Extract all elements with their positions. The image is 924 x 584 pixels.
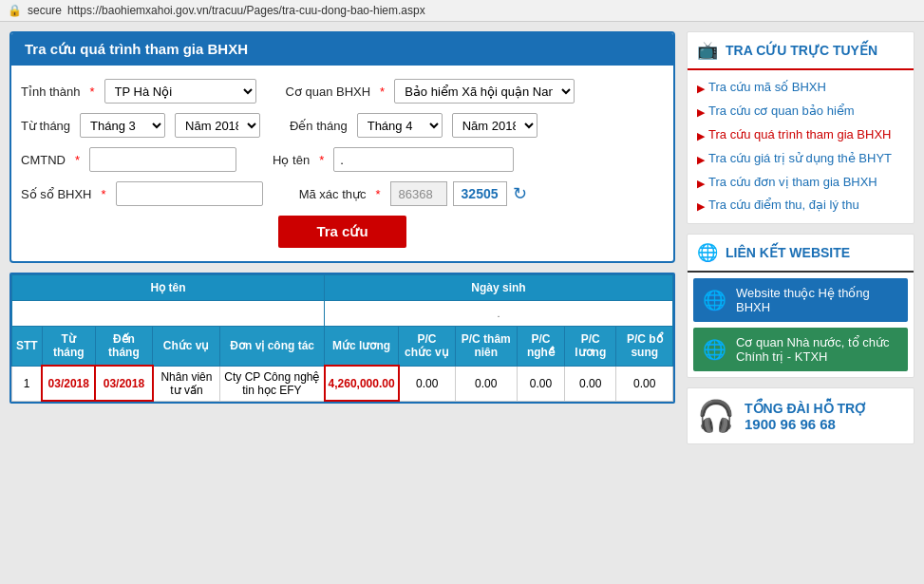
form-card: Tra cứu quá trình tham gia BHXH Tỉnh thà… [9,31,675,263]
ho-ten-input[interactable] [333,147,514,172]
url-bar: https://baohiemxahoi.gov.vn/tracuu/Pages… [67,4,916,17]
support-text-block: TỔNG ĐÀI HỖ TRỢ 1900 96 96 68 [745,401,867,432]
secure-label: secure [28,4,62,17]
support-title: TỔNG ĐÀI HỖ TRỢ [745,401,867,416]
cell-don-vi: Cty CP Công nghệ tin học EFY [220,366,325,401]
so-bhxh-label: Số sổ BHXH [21,187,92,201]
arrow-icon-6: ▶ [697,199,705,213]
co-quan-required: * [380,85,385,99]
ho-ten-label: Họ tên [273,153,310,167]
form-row-1: Tỉnh thành * TP Hà Nội Cơ quan BHXH * Bả… [21,79,664,104]
results-table-wrapper: Họ tên Ngày sinh . STT Từ tháng Đến thán… [9,273,675,404]
hethong-icon: 🌐 [703,289,726,311]
th-tu-thang: Từ tháng [42,327,95,367]
sidebar-btn-coquan[interactable]: 🌐 Cơ quan Nhà nước, tổ chức Chính trị - … [693,328,908,371]
captcha-user: 32505 [453,181,507,206]
sidebar-btn2-label: Cơ quan Nhà nước, tổ chức Chính trị - KT… [736,335,898,364]
ma-xac-thuc-label: Mã xác thực [299,187,367,201]
cell-muc-luong: 4,260,000.00 [325,366,399,401]
tracuu-icon: 📺 [697,40,718,61]
th-stt: STT [12,327,43,367]
cell-tu-thang: 03/2018 [42,366,95,401]
empty-row: . [12,301,673,327]
form-row-2: Từ tháng Tháng 3 Năm 2018 Đến tháng Thán… [21,113,664,138]
support-icon: 🎧 [697,398,735,434]
sidebar-link-giatri[interactable]: ▶ Tra cứu giá trị sử dụng thẻ BHYT [697,147,904,171]
cmtnd-label: CMTND [21,153,66,167]
so-bhxh-required: * [102,187,106,201]
cell-pc-nghe: 0.00 [517,366,564,401]
form-body: Tỉnh thành * TP Hà Nội Cơ quan BHXH * Bả… [11,66,673,261]
sidebar-tracuu-section: 📺 TRA CỨU TRỰC TUYẾN ▶ Tra cứu mã số BHX… [687,31,915,224]
cell-den-thang: 03/2018 [95,366,152,401]
browser-bar: 🔒 secure https://baohiemxahoi.gov.vn/tra… [0,0,924,22]
cmtnd-required: * [75,153,80,167]
th-don-vi: Đơn vị công tác [220,327,325,367]
tinh-thanh-select[interactable]: TP Hà Nội [104,79,256,104]
so-bhxh-input[interactable] [116,181,263,206]
sidebar-btn1-label: Website thuộc Hệ thống BHXH [736,286,898,314]
support-number: 1900 96 96 68 [745,416,867,432]
col-ngay-sinh: Ngày sinh [325,275,673,301]
support-box: 🎧 TỔNG ĐÀI HỖ TRỢ 1900 96 96 68 [687,387,915,444]
th-den-thang: Đến tháng [95,327,152,367]
sidebar-links: ▶ Tra cứu mã số BHXH ▶ Tra cứu cơ quan b… [688,70,914,223]
tinh-thanh-label: Tỉnh thành [21,85,81,99]
sidebar-lienket-label: LIÊN KẾT WEBSITE [726,245,850,260]
cell-pc-tham-nien: 0.00 [455,366,517,401]
co-quan-select[interactable]: Bảo hiểm Xã hội quận Nam Tử [394,79,575,104]
sidebar-link-donvi[interactable]: ▶ Tra cứu đơn vị tham gia BHXH [697,171,904,195]
ma-xac-thuc-required: * [376,187,381,201]
cell-stt: 1 [12,366,43,401]
th-pc-luong: P/C lương [565,327,616,367]
main-content: Tra cứu quá trình tham gia BHXH Tỉnh thà… [9,31,675,444]
th-pc-bo-sung: P/C bổ sung [616,327,673,367]
sidebar-lienket-title: 🌐 LIÊN KẾT WEBSITE [688,235,914,273]
form-title: Tra cứu quá trình tham gia BHXH [11,33,673,66]
captcha-static: 86368 [390,181,447,206]
arrow-icon-3: ▶ [697,129,705,142]
cmtnd-input[interactable] [89,147,236,172]
sub-header-row: STT Từ tháng Đến tháng Chức vụ Đơn vị cô… [12,327,673,367]
cell-pc-luong: 0.00 [565,366,616,401]
ho-ten-required: * [319,153,324,167]
th-pc-nghe: P/C nghề [517,327,564,367]
col-ho-ten: Họ tên [12,275,325,301]
den-nam-select[interactable]: Năm 2018 [452,113,537,138]
form-row-3: CMTND * Họ tên * [21,147,664,172]
sidebar-link-diemthu[interactable]: ▶ Tra cứu điểm thu, đại lý thu [697,194,904,217]
lienket-icon: 🌐 [697,242,718,263]
den-thang-label: Đến tháng [290,119,348,133]
den-thang-select[interactable]: Tháng 4 [357,113,443,138]
cell-pc-bo-sung: 0.00 [616,366,673,401]
arrow-icon-4: ▶ [697,153,705,166]
th-pc-chuc-vu: P/C chức vụ [399,327,456,367]
table-row: 1 03/2018 03/2018 Nhân viên tư vấn Cty C… [12,366,673,401]
tracuu-button[interactable]: Tra cứu [278,216,405,248]
refresh-icon[interactable]: ↻ [513,183,527,204]
lock-icon: 🔒 [8,4,22,17]
co-quan-label: Cơ quan BHXH [285,85,370,99]
arrow-icon-2: ▶ [697,105,705,119]
arrow-icon-5: ▶ [697,177,705,190]
results-table: Họ tên Ngày sinh . STT Từ tháng Đến thán… [11,274,673,402]
captcha-box: 86368 32505 ↻ [390,181,527,206]
sidebar-link-quatrinh[interactable]: ▶ Tra cứu quá trình tham gia BHXH [697,123,904,147]
sidebar-tracuu-title: 📺 TRA CỨU TRỰC TUYẾN [688,32,914,70]
cell-pc-chuc-vu: 0.00 [399,366,456,401]
tu-nam-select[interactable]: Năm 2018 [175,113,260,138]
tu-thang-select[interactable]: Tháng 3 [80,113,165,138]
sidebar-btn-hethong[interactable]: 🌐 Website thuộc Hệ thống BHXH [693,278,908,322]
th-muc-luong: Mức lương [325,327,399,367]
tu-thang-label: Từ tháng [21,119,70,133]
sidebar-tracuu-label: TRA CỨU TRỰC TUYẾN [726,43,877,58]
arrow-icon-1: ▶ [697,82,705,95]
sidebar: 📺 TRA CỨU TRỰC TUYẾN ▶ Tra cứu mã số BHX… [687,31,915,444]
sidebar-lienket-section: 🌐 LIÊN KẾT WEBSITE 🌐 Website thuộc Hệ th… [687,234,915,378]
cell-chuc-vu: Nhân viên tư vấn [153,366,220,401]
sidebar-link-coquan[interactable]: ▶ Tra cứu cơ quan bảo hiểm [697,100,904,123]
coquan-icon: 🌐 [703,338,726,361]
sidebar-link-maso[interactable]: ▶ Tra cứu mã số BHXH [697,76,904,100]
form-row-4: Số sổ BHXH * Mã xác thực * 86368 32505 ↻ [21,181,664,206]
th-pc-tham-nien: P/C thâm niên [455,327,517,367]
